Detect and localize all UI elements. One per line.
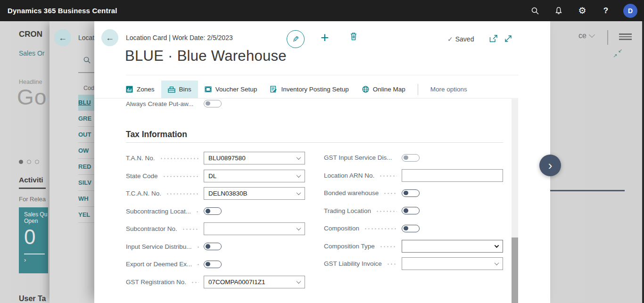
composition-toggle[interactable] (402, 225, 420, 232)
bonded-warehouse-toggle[interactable] (402, 189, 420, 197)
app-title: Dynamics 365 Business Central (0, 7, 117, 15)
saved-label: Saved (455, 35, 474, 43)
edit-button[interactable]: ✎ (287, 30, 305, 48)
dotted-leader (182, 229, 199, 230)
tile-line2: Open (24, 218, 48, 224)
company-name: CRON (19, 30, 42, 39)
chevron-down-icon (297, 279, 301, 284)
trading-location-toggle[interactable] (402, 207, 420, 214)
notifications-bell-icon[interactable] (553, 5, 565, 17)
list-row-ow[interactable]: OW (78, 143, 94, 159)
location-arn-no-input[interactable] (402, 169, 503, 182)
more-options-button[interactable]: More options (424, 86, 474, 93)
dotted-leader (387, 263, 397, 265)
list-row-out[interactable]: OUT (78, 127, 94, 143)
gst-liability-invoice-combobox[interactable] (402, 257, 503, 270)
header-divider (607, 30, 608, 45)
export-or-deemed-ex-toggle[interactable] (204, 261, 222, 268)
subcontracting-locat-toggle[interactable] (204, 207, 222, 215)
gst-input-service-dis-toggle[interactable] (402, 154, 420, 162)
dotted-leader (197, 264, 199, 265)
dialog-back-button[interactable]: ← (101, 29, 118, 46)
sales-quotes-tile[interactable]: Sales Qu Open 0 › (19, 207, 48, 273)
locations-list-panel: ← Locat Code BLUGREOUTOWREDSILVWHYEL (50, 21, 94, 303)
title-divider (126, 75, 519, 75)
settings-gear-icon[interactable]: ⚙ (576, 5, 588, 17)
list-row-wh[interactable]: WH (78, 191, 94, 207)
list-row-red[interactable]: RED (78, 159, 94, 175)
dotted-leader (197, 246, 199, 248)
list-row-gre[interactable]: GRE (78, 111, 94, 127)
subcontractor-no-combobox[interactable] (204, 222, 305, 235)
gst-registration-no-combobox[interactable]: 07COMPA0007I1Z1 (204, 276, 305, 288)
check-icon: ✓ (447, 35, 453, 43)
list-row-yel[interactable]: YEL (78, 207, 94, 223)
hamburger-menu-icon[interactable] (619, 33, 632, 41)
field-row-location-arn-no: Location ARN No. (324, 167, 503, 185)
carousel-dots[interactable] (19, 160, 39, 164)
dot-active[interactable] (19, 160, 23, 164)
state-code-combobox[interactable]: DL (204, 170, 305, 182)
tile-line1: Sales Qu (24, 211, 48, 218)
trash-icon (350, 32, 357, 41)
action-bar: ZonesBinsVoucher SetupInventory Posting … (119, 81, 474, 98)
dot[interactable] (35, 160, 39, 164)
field-row-trading-location: Trading Location (324, 202, 503, 220)
chevron-down-icon (495, 261, 499, 265)
dotted-leader (364, 228, 397, 229)
back-arrow-icon: ← (106, 33, 114, 43)
list-row-blu[interactable]: BLU (78, 95, 94, 111)
input-service-distribu-toggle[interactable] (204, 243, 222, 250)
chevron-down-icon (589, 32, 595, 38)
partial-menu[interactable]: ce (578, 32, 594, 40)
chevron-down-icon (297, 226, 301, 230)
dialog-scrollbar-thumb[interactable] (512, 237, 518, 303)
user-avatar[interactable]: D (623, 4, 637, 18)
action-inventory-posting-setup[interactable]: Inventory Posting Setup (264, 81, 355, 98)
dotted-leader (196, 211, 199, 213)
location-list-rows: BLUGREOUTOWREDSILVWHYEL (78, 95, 94, 223)
field-row-export-or-deemed-ex: Export or Deemed Ex... (126, 255, 305, 273)
dot[interactable] (27, 160, 31, 164)
field-value: DL (208, 172, 216, 180)
open-in-window-button[interactable] (489, 35, 498, 44)
zones-icon (126, 86, 133, 93)
action-bins[interactable]: Bins (161, 81, 198, 98)
putaway-field-container: Always Create Put-aw... (126, 97, 305, 111)
action-label: Inventory Posting Setup (281, 86, 348, 93)
sales-orders-link[interactable]: Sales Or (19, 49, 44, 57)
delete-button[interactable] (350, 32, 357, 42)
expand-button[interactable] (504, 34, 512, 45)
field-label: Subcontracting Locat... (126, 208, 191, 215)
action-label: Online Map (373, 86, 405, 93)
field-value: DELN03830B (208, 190, 248, 197)
action-zones[interactable]: Zones (119, 81, 161, 98)
t-a-n-no-combobox[interactable]: BLU0897580 (204, 152, 305, 164)
action-voucher-setup[interactable]: Voucher Setup (198, 81, 264, 98)
dotted-leader (160, 158, 199, 159)
user-tasks-title: User Ta (19, 295, 46, 303)
field-row-subcontracting-locat: Subcontracting Locat... (126, 203, 305, 221)
t-c-a-n-no-combobox[interactable]: DELN03830B (204, 187, 305, 200)
next-record-button[interactable]: › (539, 155, 561, 176)
search-icon[interactable] (529, 5, 541, 17)
always-create-put-aw-toggle[interactable] (204, 100, 222, 107)
tile-chevron-icon: › (24, 256, 48, 263)
tile-value: 0 (24, 225, 48, 249)
back-arrow-icon: ← (58, 33, 67, 43)
list-row-silv[interactable]: SILV (78, 175, 94, 191)
activities-underline (19, 188, 46, 189)
field-label: Subcontractor No. (126, 225, 177, 232)
action-online-map[interactable]: Online Map (355, 81, 412, 98)
new-record-button[interactable]: + (321, 30, 329, 46)
bins-icon (168, 86, 175, 93)
field-row-t-a-n-no: T.A.N. No.BLU0897580 (126, 149, 305, 167)
help-icon[interactable]: ? (600, 5, 612, 17)
field-row-gst-liability-invoice: GST Liability Invoice (324, 255, 503, 273)
collapse-icon[interactable]: ↙↗ (613, 49, 622, 58)
composition-type-select[interactable] (402, 240, 503, 253)
chevron-right-icon: › (548, 158, 553, 173)
list-back-button[interactable]: ← (54, 29, 71, 46)
chevron-down-icon (297, 190, 301, 195)
list-search-icon[interactable] (83, 56, 91, 66)
